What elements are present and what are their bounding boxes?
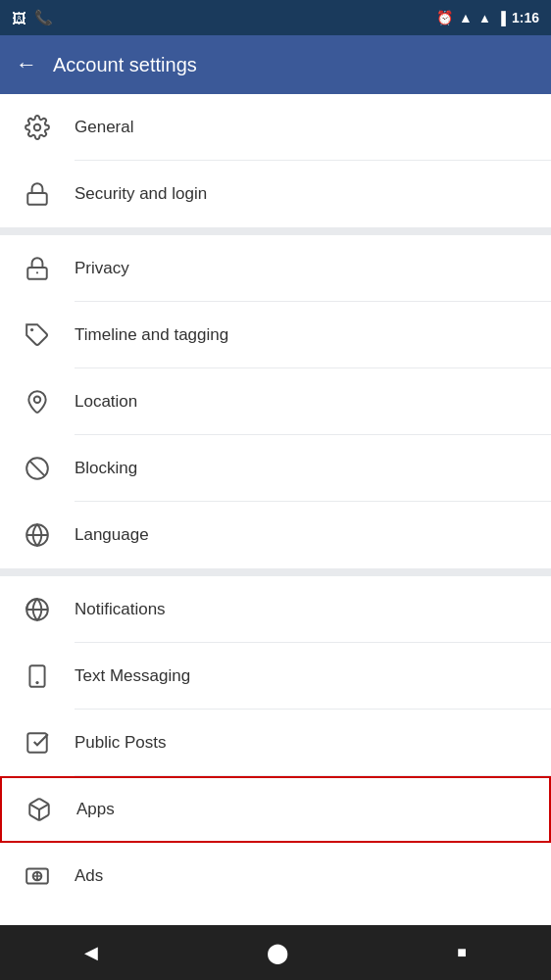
check-box-icon bbox=[20, 725, 55, 760]
app-header: ← Account settings bbox=[0, 35, 551, 94]
settings-item-blocking[interactable]: Blocking bbox=[0, 435, 551, 502]
image-icon: 🖼 bbox=[12, 10, 26, 26]
status-bar-left: 🖼 📞 bbox=[12, 9, 53, 26]
block-icon bbox=[20, 451, 55, 486]
globe-icon bbox=[20, 517, 55, 553]
settings-item-timeline[interactable]: Timeline and tagging bbox=[0, 302, 551, 368]
location-icon bbox=[20, 384, 55, 419]
general-label: General bbox=[75, 118, 133, 137]
settings-item-apps[interactable]: Apps bbox=[0, 776, 551, 843]
svg-rect-1 bbox=[27, 193, 47, 205]
location-label: Location bbox=[75, 392, 137, 412]
phone-icon: 📞 bbox=[34, 9, 53, 26]
settings-item-public-posts[interactable]: Public Posts bbox=[0, 710, 551, 776]
apps-label: Apps bbox=[76, 800, 115, 819]
gear-icon bbox=[20, 110, 55, 145]
status-bar: 🖼 📞 ⏰ ▲ ▲ ▐ 1:16 bbox=[0, 0, 551, 35]
privacy-lock-icon bbox=[20, 251, 55, 286]
svg-line-7 bbox=[29, 461, 44, 475]
language-label: Language bbox=[75, 525, 149, 545]
apps-box-icon bbox=[22, 792, 57, 827]
group-divider-1 bbox=[0, 227, 551, 235]
settings-group-1: General Security and login bbox=[0, 94, 551, 227]
settings-list: General Security and login bbox=[0, 94, 551, 925]
status-bar-right: ⏰ ▲ ▲ ▐ 1:16 bbox=[436, 10, 539, 25]
ads-label: Ads bbox=[75, 866, 103, 886]
navigation-bar: ◀ ⬤ ■ bbox=[0, 925, 551, 980]
svg-point-0 bbox=[34, 124, 41, 131]
nav-recents-button[interactable]: ■ bbox=[457, 944, 467, 961]
group-divider-2 bbox=[0, 568, 551, 576]
settings-item-notifications[interactable]: Notifications bbox=[0, 576, 551, 643]
settings-item-location[interactable]: Location bbox=[0, 368, 551, 435]
wifi-icon: ▲ bbox=[459, 10, 473, 25]
text-messaging-label: Text Messaging bbox=[75, 666, 190, 686]
settings-item-security[interactable]: Security and login bbox=[0, 161, 551, 227]
settings-item-ads[interactable]: Ads bbox=[0, 843, 551, 909]
timeline-label: Timeline and tagging bbox=[75, 325, 228, 345]
nav-back-button[interactable]: ◀ bbox=[84, 942, 98, 963]
notifications-label: Notifications bbox=[75, 600, 166, 619]
page-title: Account settings bbox=[53, 54, 197, 76]
svg-rect-14 bbox=[27, 733, 47, 753]
settings-group-3: Notifications Text Messaging Publ bbox=[0, 576, 551, 909]
settings-item-language[interactable]: Language bbox=[0, 502, 551, 568]
settings-item-general[interactable]: General bbox=[0, 94, 551, 161]
svg-point-5 bbox=[34, 397, 41, 404]
nav-home-button[interactable]: ⬤ bbox=[267, 941, 288, 964]
mobile-icon bbox=[20, 659, 55, 694]
ads-icon bbox=[20, 858, 55, 894]
settings-group-2: Privacy Timeline and tagging Location bbox=[0, 235, 551, 568]
security-label: Security and login bbox=[75, 184, 207, 204]
back-button[interactable]: ← bbox=[16, 52, 37, 77]
settings-item-text-messaging[interactable]: Text Messaging bbox=[0, 643, 551, 710]
settings-item-privacy[interactable]: Privacy bbox=[0, 235, 551, 302]
svg-point-3 bbox=[36, 271, 38, 273]
public-posts-label: Public Posts bbox=[75, 733, 167, 753]
time-display: 1:16 bbox=[512, 10, 539, 25]
signal-icon: ▲ bbox=[478, 11, 491, 25]
battery-icon: ▐ bbox=[497, 11, 506, 25]
notifications-icon bbox=[20, 592, 55, 627]
alarm-icon: ⏰ bbox=[436, 10, 453, 25]
tag-icon bbox=[20, 318, 55, 353]
blocking-label: Blocking bbox=[75, 459, 137, 478]
lock-icon bbox=[20, 176, 55, 212]
privacy-label: Privacy bbox=[75, 259, 129, 278]
